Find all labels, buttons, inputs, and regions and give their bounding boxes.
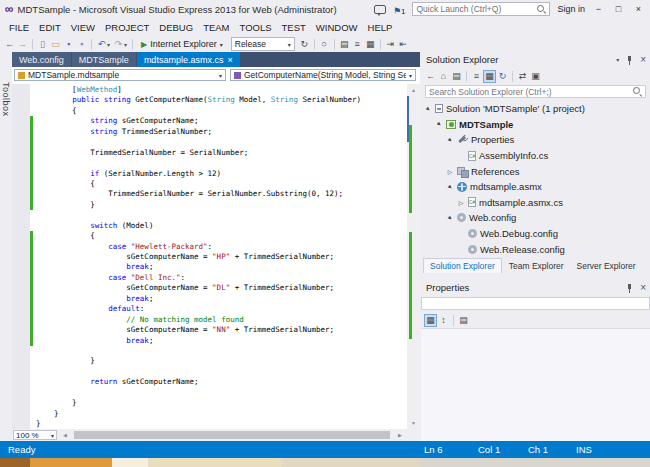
solution-configuration-dropdown[interactable]: Release ▾ bbox=[231, 37, 295, 51]
home-icon[interactable]: ⌂ bbox=[437, 70, 450, 83]
navigate-forward-icon[interactable]: → bbox=[16, 38, 29, 51]
refresh-icon[interactable]: ↻ bbox=[496, 70, 509, 83]
view-code-icon[interactable]: ▣ bbox=[529, 70, 542, 83]
code-line: } bbox=[36, 409, 407, 419]
minimize-button[interactable]: − bbox=[592, 4, 605, 14]
scroll-right-icon[interactable]: ▶ bbox=[394, 429, 406, 441]
menu-debug[interactable]: DEBUG bbox=[154, 22, 198, 33]
tab-web-config[interactable]: Web.config bbox=[12, 52, 71, 67]
type-dropdown[interactable]: MDTSample.mdtsample ▾ bbox=[14, 69, 226, 81]
sync-with-active-document-icon[interactable]: ⇄ bbox=[516, 70, 529, 83]
quick-launch-input[interactable]: Quick Launch (Ctrl+Q) bbox=[412, 2, 550, 16]
tab-mdtsample[interactable]: MDTSample bbox=[72, 52, 136, 67]
menu-window[interactable]: WINDOW bbox=[311, 22, 363, 33]
save-icon[interactable]: ▪ bbox=[62, 38, 75, 51]
sign-in-link[interactable]: Sign in bbox=[557, 4, 585, 14]
expanded-expander-icon[interactable]: ▼ bbox=[445, 182, 455, 192]
properties-object-dropdown[interactable] bbox=[421, 297, 650, 310]
scroll-up-icon[interactable]: ▲ bbox=[407, 84, 420, 96]
browser-link-refresh-icon[interactable]: ↻ bbox=[298, 38, 311, 51]
properties-header[interactable]: Properties × bbox=[421, 280, 650, 296]
indent-icon[interactable]: ⇥ bbox=[384, 38, 397, 51]
panel-tab-server-explorer[interactable]: Server Explorer bbox=[571, 259, 642, 273]
expanded-expander-icon[interactable]: ▼ bbox=[423, 104, 433, 114]
menu-team[interactable]: TEAM bbox=[198, 22, 234, 33]
tree-item-solution-mdtsample-1-project[interactable]: ▼Solution 'MDTSample' (1 project) bbox=[421, 101, 650, 117]
code-line: sGetComputerName = "DL" + TrimmedSerialN… bbox=[36, 283, 407, 293]
new-file-icon[interactable]: ▯ bbox=[36, 38, 49, 51]
start-debug-button[interactable]: ▶ Internet Explorer ▾ bbox=[136, 37, 228, 51]
solution-explorer-icon[interactable]: ▤ bbox=[338, 38, 351, 51]
dropdown-arrow-icon[interactable]: ▾ bbox=[107, 41, 110, 48]
expanded-expander-icon[interactable]: ▼ bbox=[434, 119, 444, 129]
tree-item-mdtsample-asmx-cs[interactable]: ▷mdtsample.asmx.cs bbox=[421, 195, 650, 211]
outdent-icon[interactable]: ⇤ bbox=[397, 38, 410, 51]
find-icon[interactable]: ○ bbox=[318, 38, 331, 51]
property-pages-icon[interactable]: ▤ bbox=[457, 314, 470, 327]
config-icon bbox=[468, 245, 477, 254]
zoom-dropdown[interactable]: 100 % ▾ bbox=[13, 430, 57, 440]
categorized-icon[interactable]: ▦ bbox=[424, 314, 437, 327]
notifications-flag[interactable]: ⚑1 bbox=[393, 0, 406, 18]
properties-window-icon[interactable]: ≡ bbox=[351, 38, 364, 51]
search-input[interactable]: Search Solution Explorer (Ctrl+;) bbox=[425, 85, 646, 98]
open-file-icon[interactable]: ▭ bbox=[49, 38, 62, 51]
menu-test[interactable]: TEST bbox=[277, 22, 311, 33]
tree-item-references[interactable]: ▷References bbox=[421, 163, 650, 179]
tree-item-label: Web.Release.config bbox=[480, 244, 565, 255]
collapsed-expander-icon[interactable]: ▷ bbox=[457, 199, 465, 206]
tree-item-mdtsample-asmx[interactable]: ▼mdtsample.asmx bbox=[421, 179, 650, 195]
navigate-backward-icon[interactable]: ← bbox=[3, 38, 16, 51]
tree-item-web-release-config[interactable]: Web.Release.config bbox=[421, 241, 650, 257]
close-tab-icon[interactable]: × bbox=[227, 55, 232, 65]
project-icon bbox=[446, 120, 456, 129]
tree-item-mdtsample[interactable]: ▼MDTSample bbox=[421, 117, 650, 133]
pin-icon[interactable] bbox=[625, 284, 634, 293]
chevron-down-icon[interactable]: ▾ bbox=[220, 41, 223, 48]
feedback-icon[interactable] bbox=[374, 5, 386, 14]
menu-project[interactable]: PROJECT bbox=[100, 22, 154, 33]
save-all-icon[interactable]: ▪ bbox=[75, 38, 88, 51]
menu-view[interactable]: VIEW bbox=[66, 22, 100, 33]
pin-icon[interactable] bbox=[625, 56, 634, 65]
tree-item-properties[interactable]: ▼Properties bbox=[421, 132, 650, 148]
tree-item-web-config[interactable]: ▼Web.config bbox=[421, 210, 650, 226]
close-button[interactable]: × bbox=[632, 4, 645, 14]
toolbox-tab[interactable]: Toolbox bbox=[0, 52, 12, 441]
code-text[interactable]: [WebMethod] public string GetComputerNam… bbox=[36, 85, 407, 429]
toolbox-icon[interactable]: ▦ bbox=[364, 38, 377, 51]
show-all-files-icon[interactable]: ▦ bbox=[483, 70, 496, 83]
scroll-left-icon[interactable]: ◀ bbox=[59, 429, 71, 441]
tab-mdtsample-asmx-cs[interactable]: mdtsample.asmx.cs× bbox=[137, 52, 240, 67]
panel-tab-solution-explorer[interactable]: Solution Explorer bbox=[423, 258, 502, 273]
vertical-scrollbar[interactable]: ▲ ▼ bbox=[407, 84, 420, 429]
close-icon[interactable]: × bbox=[640, 55, 646, 65]
menu-file[interactable]: FILE bbox=[4, 22, 34, 33]
close-icon[interactable]: × bbox=[640, 283, 646, 293]
collapsed-expander-icon[interactable]: ▷ bbox=[446, 168, 454, 175]
horizontal-scrollbar-thumb[interactable] bbox=[74, 431, 390, 439]
properties-icon[interactable]: ≡ bbox=[470, 70, 483, 83]
collapse-all-icon[interactable]: ▤ bbox=[450, 70, 463, 83]
taskbar-segment bbox=[30, 458, 112, 467]
menu-edit[interactable]: EDIT bbox=[34, 22, 66, 33]
expanded-expander-icon[interactable]: ▼ bbox=[445, 213, 455, 223]
scroll-down-icon[interactable]: ▼ bbox=[407, 417, 420, 429]
code-editor[interactable]: [WebMethod] public string GetComputerNam… bbox=[12, 84, 407, 429]
back-icon[interactable]: ← bbox=[424, 70, 437, 83]
properties-grid[interactable] bbox=[421, 328, 650, 441]
expanded-expander-icon[interactable]: ▼ bbox=[445, 135, 455, 145]
toolbar-right-group: ↻○▤≡▦⇥⇤ bbox=[298, 38, 410, 51]
menu-tools[interactable]: TOOLS bbox=[235, 22, 277, 33]
member-dropdown[interactable]: GetComputerName(String Model, String Ser… bbox=[230, 69, 416, 81]
alphabetical-icon[interactable]: ↕ bbox=[437, 314, 450, 327]
menu-help[interactable]: HELP bbox=[363, 22, 398, 33]
dropdown-arrow-icon[interactable]: ▾ bbox=[124, 41, 127, 48]
restore-button[interactable]: □ bbox=[612, 4, 625, 14]
tree-item-web-debug-config[interactable]: Web.Debug.config bbox=[421, 226, 650, 242]
chevron-down-icon[interactable]: ▾ bbox=[616, 52, 619, 68]
tree-item-assemblyinfo-cs[interactable]: AssemblyInfo.cs bbox=[421, 148, 650, 164]
panel-tab-team-explorer[interactable]: Team Explorer bbox=[503, 259, 570, 273]
solution-explorer-header[interactable]: Solution Explorer ▾ × bbox=[421, 52, 650, 68]
taskbar[interactable] bbox=[0, 458, 650, 467]
